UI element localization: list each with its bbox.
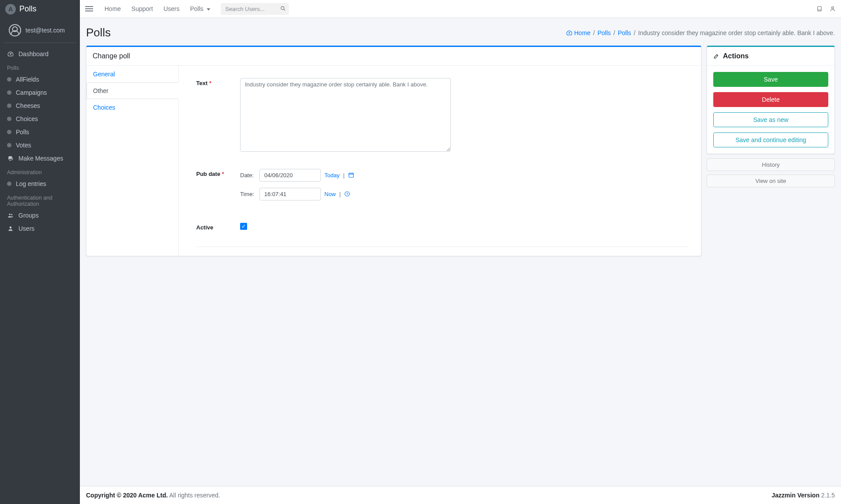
- save-continue-button[interactable]: Save and continue editing: [713, 132, 828, 147]
- topnav-polls-dropdown[interactable]: Polls: [186, 3, 215, 15]
- edit-icon: [713, 52, 719, 60]
- user-panel[interactable]: test@test.com: [4, 18, 76, 43]
- sidebar-item-label: Votes: [16, 142, 31, 149]
- pipe-separator: |: [339, 191, 341, 197]
- sidebar-item-polls[interactable]: Polls: [4, 125, 76, 139]
- brand[interactable]: A Polls: [0, 0, 80, 18]
- card-title: Change poll: [86, 47, 701, 66]
- svg-point-7: [832, 7, 834, 9]
- save-button[interactable]: Save: [713, 72, 828, 87]
- footer-copyright-strong: Copyright © 2020 Acme Ltd.: [86, 492, 168, 499]
- book-icon[interactable]: [816, 5, 823, 13]
- topnav-polls-label: Polls: [190, 5, 203, 12]
- actions-title: Actions: [713, 52, 828, 60]
- dot-icon: [7, 143, 11, 147]
- breadcrumb-home-label: Home: [574, 29, 590, 36]
- sidebar-item-make-messages[interactable]: Make Messages: [4, 152, 76, 165]
- calendar-icon[interactable]: [348, 172, 354, 179]
- sidebar-item-groups[interactable]: Groups: [4, 209, 76, 222]
- sidebar-item-label: Polls: [16, 129, 29, 136]
- footer-version-value: 2.1.5: [819, 492, 835, 499]
- tab-general[interactable]: General: [86, 66, 178, 82]
- breadcrumb-home[interactable]: Home: [566, 29, 590, 36]
- now-link[interactable]: Now: [324, 191, 336, 197]
- date-line: Date: Today |: [240, 169, 689, 182]
- sidebar-item-label: Cheeses: [16, 102, 40, 109]
- svg-point-3: [281, 7, 284, 10]
- account-icon[interactable]: [830, 5, 836, 13]
- content: Polls Home / Polls / Polls / Industry co…: [80, 18, 841, 486]
- users-icon: [7, 212, 14, 219]
- footer-copyright-rest: All rights reserved.: [168, 492, 220, 499]
- text-textarea[interactable]: Industry consider they magazine order st…: [240, 78, 451, 152]
- today-link[interactable]: Today: [324, 172, 340, 179]
- field-text-label: Text *: [196, 78, 240, 86]
- breadcrumb-separator: /: [614, 29, 615, 36]
- sidebar-item-votes[interactable]: Votes: [4, 139, 76, 152]
- user-icon: [7, 225, 14, 232]
- dot-icon: [7, 77, 11, 82]
- user-email: test@test.com: [25, 27, 65, 34]
- tab-choices[interactable]: Choices: [86, 99, 178, 116]
- time-input[interactable]: [259, 188, 321, 200]
- caret-down-icon: [207, 8, 210, 11]
- sidebar-item-label: Groups: [18, 212, 39, 219]
- field-pubdate: Pub date * Date: Today |: [196, 169, 689, 207]
- pipe-separator: |: [343, 172, 345, 179]
- svg-rect-8: [349, 173, 354, 177]
- required-marker: *: [222, 171, 224, 177]
- view-on-site-button[interactable]: View on site: [707, 175, 835, 187]
- sidebar-item-users[interactable]: Users: [4, 222, 76, 235]
- brand-logo-icon: A: [5, 4, 16, 14]
- tachometer-icon: [7, 50, 14, 57]
- sidebar-header-polls: Polls: [4, 61, 76, 73]
- dot-icon: [7, 117, 11, 121]
- sidebar-item-label: Choices: [16, 115, 38, 122]
- breadcrumb-polls-2[interactable]: Polls: [618, 29, 631, 36]
- time-sublabel: Time:: [240, 191, 256, 197]
- svg-point-1: [11, 214, 12, 215]
- fields-panel: Text * Industry consider they magazine o…: [179, 66, 701, 256]
- sidebar-toggle-icon[interactable]: [85, 5, 93, 13]
- sidebar-item-label: Users: [18, 225, 35, 232]
- sidebar-item-choices[interactable]: Choices: [4, 112, 76, 125]
- svg-line-4: [284, 9, 285, 11]
- sidebar-item-allfields[interactable]: AllFields: [4, 73, 76, 86]
- sidebar-header-administration: Administration: [4, 165, 76, 177]
- sidebar-item-campaigns[interactable]: Campaigns: [4, 86, 76, 99]
- sidebar: A Polls test@test.com Dashboard Polls Al…: [0, 0, 80, 504]
- time-line: Time: Now |: [240, 188, 689, 200]
- tab-other[interactable]: Other: [86, 82, 179, 99]
- sidebar-item-log-entries[interactable]: Log entries: [4, 177, 76, 190]
- field-pubdate-label: Pub date *: [196, 169, 240, 177]
- dot-icon: [7, 130, 11, 134]
- sidebar-item-cheeses[interactable]: Cheeses: [4, 99, 76, 112]
- footer: Copyright © 2020 Acme Ltd. All rights re…: [80, 486, 841, 504]
- active-checkbox[interactable]: ✓: [240, 223, 247, 230]
- date-input[interactable]: [259, 169, 321, 182]
- svg-point-0: [9, 214, 11, 215]
- sidebar-nav: Dashboard Polls AllFields Campaigns Chee…: [0, 46, 80, 237]
- sidebar-item-label: Dashboard: [18, 50, 49, 57]
- sidebar-header-auth: Authentication and Authorization: [4, 190, 76, 209]
- field-text-label-text: Text: [196, 80, 208, 86]
- clock-icon[interactable]: [344, 191, 350, 197]
- search-icon[interactable]: [280, 6, 286, 12]
- delete-button[interactable]: Delete: [713, 92, 828, 107]
- breadcrumb-current: Industry consider they magazine order st…: [638, 29, 835, 36]
- field-active-label: Active: [196, 222, 240, 231]
- breadcrumb-polls-1[interactable]: Polls: [597, 29, 611, 36]
- search-input[interactable]: [221, 3, 289, 15]
- sidebar-item-label: Make Messages: [18, 155, 63, 162]
- form-tabs: General Other Choices: [86, 66, 179, 256]
- sidebar-item-label: AllFields: [16, 76, 39, 83]
- content-header: Polls Home / Polls / Polls / Industry co…: [86, 24, 835, 46]
- search-wrap: [221, 3, 289, 15]
- dot-icon: [7, 104, 11, 108]
- topnav-users[interactable]: Users: [159, 3, 184, 15]
- sidebar-item-dashboard[interactable]: Dashboard: [4, 47, 76, 61]
- history-button[interactable]: History: [707, 158, 835, 171]
- topnav-support[interactable]: Support: [127, 3, 157, 15]
- topnav-home[interactable]: Home: [100, 3, 125, 15]
- save-as-new-button[interactable]: Save as new: [713, 112, 828, 127]
